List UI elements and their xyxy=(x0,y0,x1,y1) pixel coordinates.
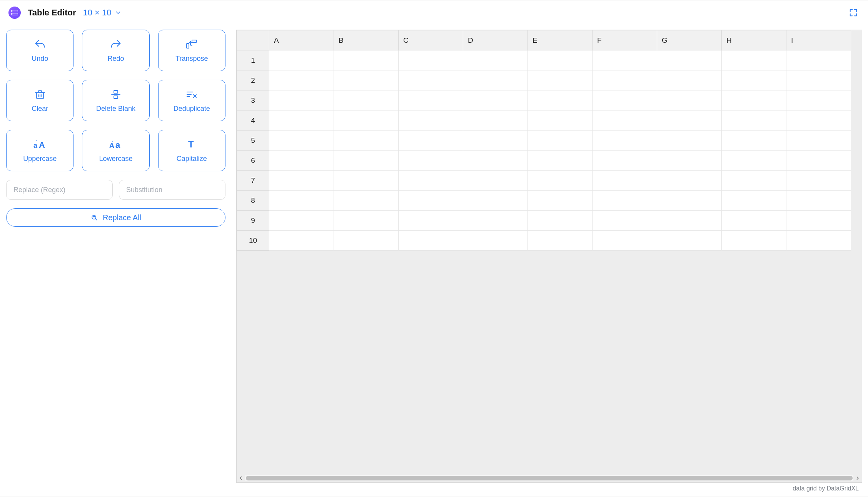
column-header[interactable]: H xyxy=(722,30,786,50)
grid-cell[interactable] xyxy=(463,131,528,151)
grid-cell[interactable] xyxy=(657,151,722,171)
grid-cell[interactable] xyxy=(399,90,463,110)
grid-cell[interactable] xyxy=(593,231,657,251)
spreadsheet-grid[interactable]: ABCDEFGHI12345678910 xyxy=(236,30,862,483)
grid-cell[interactable] xyxy=(334,50,399,70)
column-header[interactable]: D xyxy=(463,30,528,50)
grid-cell[interactable] xyxy=(528,211,593,231)
row-header[interactable]: 6 xyxy=(237,151,269,171)
grid-cell[interactable] xyxy=(786,231,851,251)
grid-cell[interactable] xyxy=(334,211,399,231)
deduplicate-button[interactable]: Deduplicate xyxy=(158,80,225,121)
column-header[interactable]: F xyxy=(593,30,657,50)
grid-cell[interactable] xyxy=(593,50,657,70)
column-header[interactable]: E xyxy=(528,30,593,50)
grid-cell[interactable] xyxy=(786,110,851,131)
row-header[interactable]: 2 xyxy=(237,70,269,90)
grid-cell[interactable] xyxy=(786,171,851,191)
grid-cell[interactable] xyxy=(528,90,593,110)
grid-cell[interactable] xyxy=(269,90,334,110)
row-header[interactable]: 9 xyxy=(237,211,269,231)
delete-blank-button[interactable]: Delete Blank xyxy=(82,80,149,121)
grid-cell[interactable] xyxy=(593,171,657,191)
grid-cell[interactable] xyxy=(269,231,334,251)
grid-cell[interactable] xyxy=(657,191,722,211)
column-header[interactable]: B xyxy=(334,30,399,50)
grid-cell[interactable] xyxy=(786,131,851,151)
grid-cell[interactable] xyxy=(269,131,334,151)
grid-cell[interactable] xyxy=(399,151,463,171)
grid-cell[interactable] xyxy=(528,131,593,151)
column-header[interactable]: A xyxy=(269,30,334,50)
grid-cell[interactable] xyxy=(786,191,851,211)
grid-cell[interactable] xyxy=(269,70,334,90)
row-header[interactable]: 4 xyxy=(237,110,269,131)
grid-cell[interactable] xyxy=(334,90,399,110)
grid-cell[interactable] xyxy=(269,211,334,231)
grid-cell[interactable] xyxy=(399,131,463,151)
grid-cell[interactable] xyxy=(269,191,334,211)
grid-cell[interactable] xyxy=(399,70,463,90)
grid-cell[interactable] xyxy=(657,90,722,110)
grid-cell[interactable] xyxy=(269,171,334,191)
grid-cell[interactable] xyxy=(334,231,399,251)
grid-cell[interactable] xyxy=(399,231,463,251)
grid-cell[interactable] xyxy=(722,171,786,191)
grid-cell[interactable] xyxy=(722,231,786,251)
grid-cell[interactable] xyxy=(334,70,399,90)
replace-substitution-input[interactable] xyxy=(119,180,225,200)
replace-regex-input[interactable] xyxy=(6,180,113,200)
capitalize-button[interactable]: T Capitalize xyxy=(158,130,225,171)
row-header[interactable]: 8 xyxy=(237,191,269,211)
grid-cell[interactable] xyxy=(463,211,528,231)
scroll-right-icon[interactable] xyxy=(853,474,862,482)
grid-cell[interactable] xyxy=(722,90,786,110)
column-header[interactable]: C xyxy=(399,30,463,50)
clear-button[interactable]: Clear xyxy=(6,80,73,121)
grid-cell[interactable] xyxy=(399,110,463,131)
scroll-left-icon[interactable] xyxy=(237,474,245,482)
grid-cell[interactable] xyxy=(722,110,786,131)
grid-cell[interactable] xyxy=(399,171,463,191)
undo-button[interactable]: Undo xyxy=(6,30,73,71)
grid-cell[interactable] xyxy=(657,131,722,151)
grid-cell[interactable] xyxy=(786,50,851,70)
grid-cell[interactable] xyxy=(722,211,786,231)
grid-cell[interactable] xyxy=(528,191,593,211)
grid-cell[interactable] xyxy=(463,171,528,191)
scrollbar-thumb[interactable] xyxy=(246,476,853,480)
fullscreen-button[interactable] xyxy=(847,7,860,19)
grid-cell[interactable] xyxy=(528,50,593,70)
grid-cell[interactable] xyxy=(269,110,334,131)
grid-cell[interactable] xyxy=(722,70,786,90)
grid-cell[interactable] xyxy=(593,211,657,231)
grid-cell[interactable] xyxy=(722,151,786,171)
grid-cell[interactable] xyxy=(657,70,722,90)
dimensions-dropdown[interactable]: 10 × 10 xyxy=(83,8,122,18)
grid-cell[interactable] xyxy=(528,171,593,191)
grid-cell[interactable] xyxy=(528,231,593,251)
grid-cell[interactable] xyxy=(722,131,786,151)
grid-cell[interactable] xyxy=(593,151,657,171)
row-header[interactable]: 1 xyxy=(237,50,269,70)
grid-cell[interactable] xyxy=(334,171,399,191)
grid-cell[interactable] xyxy=(722,191,786,211)
row-header[interactable]: 7 xyxy=(237,171,269,191)
grid-cell[interactable] xyxy=(593,90,657,110)
grid-cell[interactable] xyxy=(269,50,334,70)
grid-cell[interactable] xyxy=(334,191,399,211)
grid-cell[interactable] xyxy=(399,211,463,231)
grid-cell[interactable] xyxy=(528,70,593,90)
lowercase-button[interactable]: A a Lowercase xyxy=(82,130,149,171)
column-header[interactable]: G xyxy=(657,30,722,50)
grid-cell[interactable] xyxy=(399,191,463,211)
grid-cell[interactable] xyxy=(657,171,722,191)
grid-cell[interactable] xyxy=(657,231,722,251)
row-header[interactable]: 10 xyxy=(237,231,269,251)
grid-cell[interactable] xyxy=(722,50,786,70)
grid-cell[interactable] xyxy=(528,110,593,131)
column-header[interactable]: I xyxy=(786,30,851,50)
grid-cell[interactable] xyxy=(786,70,851,90)
replace-all-button[interactable]: Replace All xyxy=(6,208,225,227)
grid-cell[interactable] xyxy=(463,90,528,110)
